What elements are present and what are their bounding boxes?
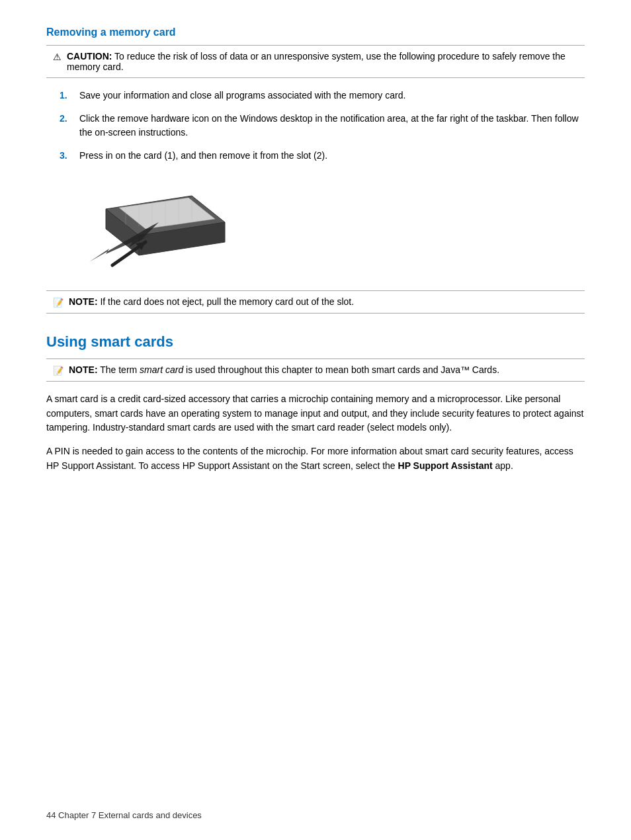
step-3: 3. Press in on the card (1), and then re… <box>60 149 585 163</box>
step-2: 2. Click the remove hardware icon on the… <box>60 112 585 140</box>
caution-label: CAUTION: <box>67 51 112 62</box>
smart-cards-paragraph1: A smart card is a credit card-sized acce… <box>46 392 585 435</box>
note-icon-2: 📝 <box>53 366 63 376</box>
step-1-num: 1. <box>60 89 71 103</box>
removing-memory-card-section: Removing a memory card ⚠ CAUTION: To red… <box>46 26 585 314</box>
section1-heading: Removing a memory card <box>46 26 585 38</box>
smart-cards-paragraph2: A PIN is needed to gain access to the co… <box>46 444 585 473</box>
note-icon-1: 📝 <box>53 298 63 308</box>
note-text-2-pre-italic: The term <box>100 364 140 375</box>
using-smart-cards-section: Using smart cards 📝 NOTE: The term smart… <box>46 333 585 473</box>
note-content-1: NOTE: If the card does not eject, pull t… <box>69 296 354 307</box>
note-text-2-italic: smart card <box>140 364 183 375</box>
caution-text: To reduce the risk of loss of data or an… <box>67 51 566 72</box>
step-3-text: Press in on the card (1), and then remov… <box>79 149 585 163</box>
caution-icon: ⚠ <box>53 52 62 62</box>
step-2-num: 2. <box>60 112 71 140</box>
step-1: 1. Save your information and close all p… <box>60 89 585 103</box>
note-box-2: 📝 NOTE: The term smart card is used thro… <box>46 358 585 382</box>
caution-content: CAUTION: To reduce the risk of loss of d… <box>67 51 578 72</box>
memory-card-image <box>86 176 585 277</box>
step-2-text: Click the remove hardware icon on the Wi… <box>79 112 585 140</box>
step-3-num: 3. <box>60 149 71 163</box>
note-label-1: NOTE: <box>69 296 98 307</box>
memory-card-svg <box>86 176 231 275</box>
page-footer: 44 Chapter 7 External cards and devices <box>46 810 202 820</box>
paragraph2-bold: HP Support Assistant <box>398 460 493 471</box>
caution-box: ⚠ CAUTION: To reduce the risk of loss of… <box>46 45 585 78</box>
note-box-1: 📝 NOTE: If the card does not eject, pull… <box>46 290 585 314</box>
note-label-2: NOTE: <box>69 364 98 375</box>
steps-list: 1. Save your information and close all p… <box>60 89 585 163</box>
section2-heading: Using smart cards <box>46 333 585 351</box>
note-text-1-content: If the card does not eject, pull the mem… <box>100 296 354 307</box>
note-text-2-post-italic: is used throughout this chapter to mean … <box>183 364 499 375</box>
step-1-text: Save your information and close all prog… <box>79 89 585 103</box>
note-content-2: NOTE: The term smart card is used throug… <box>69 364 499 375</box>
paragraph2-part2: app. <box>493 460 513 471</box>
